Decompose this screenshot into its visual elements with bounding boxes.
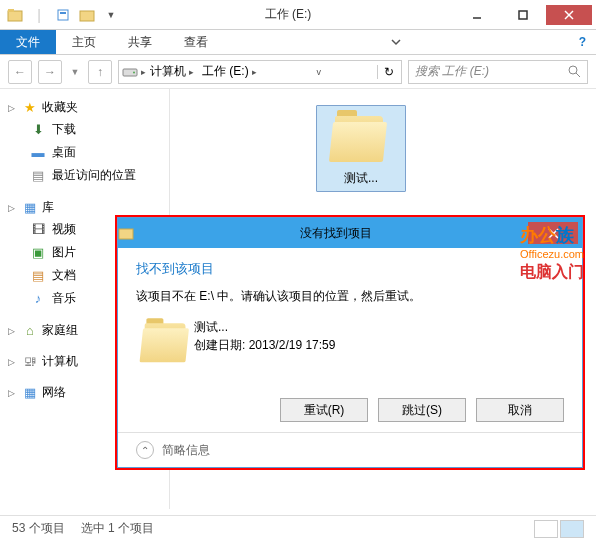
svg-rect-6 [519, 11, 527, 19]
library-icon: ▦ [22, 200, 38, 216]
svg-point-10 [133, 71, 135, 73]
refresh-button[interactable]: ↻ [377, 65, 401, 79]
brief-info-label: 简略信息 [162, 442, 210, 459]
drive-icon [119, 66, 141, 78]
ribbon-expand-icon[interactable] [380, 30, 412, 54]
recent-dropdown[interactable]: ▼ [68, 60, 82, 84]
computer-icon: 🖳 [22, 354, 38, 370]
document-icon: ▤ [30, 268, 46, 284]
collapse-icon: ⌃ [136, 441, 154, 459]
sidebar-desktop[interactable]: ▬桌面 [4, 141, 165, 164]
svg-rect-0 [8, 11, 22, 21]
address-row: ← → ▼ ↑ ▸ 计算机▸ 工作 (E:)▸ v ↻ 搜索 工作 (E:) [0, 55, 596, 89]
dialog-buttons: 重试(R) 跳过(S) 取消 [118, 388, 582, 432]
sidebar-downloads[interactable]: ⬇下载 [4, 118, 165, 141]
search-placeholder: 搜索 工作 (E:) [415, 63, 489, 80]
forward-button[interactable]: → [38, 60, 62, 84]
sidebar-recent[interactable]: ▤最近访问的位置 [4, 164, 165, 187]
tab-home[interactable]: 主页 [56, 30, 112, 54]
dialog-title: 没有找到项目 [144, 225, 528, 242]
search-icon [568, 65, 581, 78]
up-button[interactable]: ↑ [88, 60, 112, 84]
cancel-button[interactable]: 取消 [476, 398, 564, 422]
qat-dropdown-icon[interactable]: ▼ [100, 4, 122, 26]
dialog-item-row: 测试... 创建日期: 2013/2/19 17:59 [136, 315, 564, 357]
svg-rect-1 [8, 9, 14, 12]
search-input[interactable]: 搜索 工作 (E:) [408, 60, 588, 84]
selection-count: 选中 1 个项目 [81, 520, 154, 537]
retry-button[interactable]: 重试(R) [280, 398, 368, 422]
window-buttons [454, 5, 592, 25]
maximize-button[interactable] [500, 5, 546, 25]
svg-rect-3 [60, 12, 66, 14]
window-titlebar: | ▼ 工作 (E:) [0, 0, 596, 30]
error-dialog: 没有找到项目 找不到该项目 该项目不在 E:\ 中。请确认该项目的位置，然后重试… [117, 217, 583, 468]
address-bar[interactable]: ▸ 计算机▸ 工作 (E:)▸ v ↻ [118, 60, 402, 84]
back-button[interactable]: ← [8, 60, 32, 84]
item-count: 53 个项目 [12, 520, 65, 537]
network-icon: ▦ [22, 385, 38, 401]
new-folder-icon[interactable] [76, 4, 98, 26]
download-icon: ⬇ [30, 122, 46, 138]
minimize-button[interactable] [454, 5, 500, 25]
star-icon: ★ [22, 100, 38, 116]
folder-icon [329, 110, 393, 166]
dialog-app-icon [118, 226, 144, 240]
breadcrumb-computer[interactable]: 计算机▸ [146, 63, 198, 80]
tab-file[interactable]: 文件 [0, 30, 56, 54]
view-switcher [534, 520, 584, 538]
dialog-message: 该项目不在 E:\ 中。请确认该项目的位置，然后重试。 [136, 288, 564, 305]
ribbon-tabs: 文件 主页 共享 查看 ? [0, 30, 596, 55]
qat-separator: | [28, 4, 50, 26]
dialog-heading: 找不到该项目 [136, 260, 564, 278]
properties-icon[interactable] [52, 4, 74, 26]
folder-icon[interactable] [4, 4, 26, 26]
annotation-highlight: 没有找到项目 找不到该项目 该项目不在 E:\ 中。请确认该项目的位置，然后重试… [115, 215, 585, 470]
video-icon: 🎞 [30, 222, 46, 238]
svg-line-12 [576, 73, 580, 77]
svg-point-11 [569, 66, 577, 74]
dialog-titlebar: 没有找到项目 [118, 218, 582, 248]
status-bar: 53 个项目 选中 1 个项目 [0, 515, 596, 541]
breadcrumb-drive[interactable]: 工作 (E:)▸ [198, 63, 261, 80]
dialog-close-button[interactable] [528, 222, 578, 244]
tab-share[interactable]: 共享 [112, 30, 168, 54]
recent-icon: ▤ [30, 168, 46, 184]
folder-item[interactable]: 测试... [316, 105, 406, 192]
sidebar-favorites[interactable]: ▷★收藏夹 [4, 97, 165, 118]
dialog-body: 找不到该项目 该项目不在 E:\ 中。请确认该项目的位置，然后重试。 测试...… [118, 248, 582, 388]
window-title: 工作 (E:) [122, 6, 454, 23]
details-view-button[interactable] [534, 520, 558, 538]
tab-view[interactable]: 查看 [168, 30, 224, 54]
music-icon: ♪ [30, 291, 46, 307]
folder-icon [140, 318, 181, 354]
svg-rect-13 [119, 229, 133, 239]
dialog-item-date: 创建日期: 2013/2/19 17:59 [194, 336, 335, 354]
icons-view-button[interactable] [560, 520, 584, 538]
desktop-icon: ▬ [30, 145, 46, 161]
svg-rect-2 [58, 10, 68, 20]
dialog-item-name: 测试... [194, 318, 335, 336]
dialog-footer[interactable]: ⌃ 简略信息 [118, 432, 582, 467]
svg-rect-4 [80, 11, 94, 21]
picture-icon: ▣ [30, 245, 46, 261]
help-icon[interactable]: ? [569, 30, 596, 54]
address-dropdown-icon[interactable]: v [310, 67, 328, 77]
skip-button[interactable]: 跳过(S) [378, 398, 466, 422]
close-button[interactable] [546, 5, 592, 25]
folder-label: 测试... [321, 170, 401, 187]
homegroup-icon: ⌂ [22, 323, 38, 339]
quick-access-toolbar: | ▼ [4, 4, 122, 26]
